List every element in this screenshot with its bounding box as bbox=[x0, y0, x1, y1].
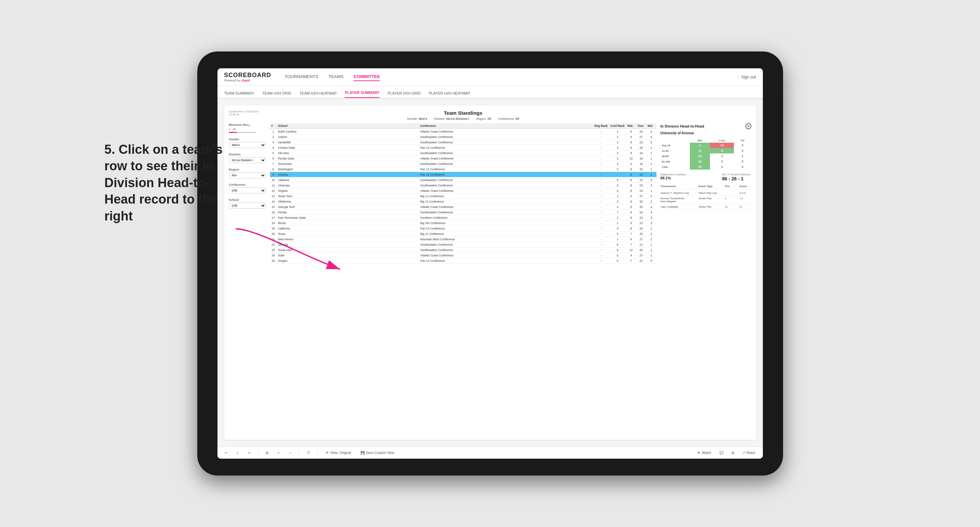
cell-reg-rank: - bbox=[593, 231, 609, 237]
sub-nav-team-h2h-heatmap[interactable]: TEAM H2H HEATMAP bbox=[299, 91, 337, 98]
h2h-rank-label: Top 10 bbox=[660, 143, 690, 148]
cell-rds: 9 bbox=[626, 237, 636, 242]
cell-conference: Southeastern Conference bbox=[419, 140, 593, 145]
table-row[interactable]: 7 Tennessee Southeastern Conference - 4 … bbox=[270, 161, 657, 167]
table-row[interactable]: 15 Georgia Tech Atlantic Coast Conferenc… bbox=[270, 204, 657, 210]
tool-1[interactable]: ⊞ bbox=[264, 450, 270, 456]
comment-button[interactable]: 💬 bbox=[718, 450, 725, 456]
h2h-col-loss: Loss bbox=[710, 138, 734, 143]
cell-rds: 8 bbox=[626, 199, 636, 204]
h2h-loss-value: 2 bbox=[710, 154, 734, 159]
cell-rds: 7 bbox=[626, 231, 636, 237]
cell-reg-rank: - bbox=[593, 258, 609, 264]
redo-button[interactable]: ↪ bbox=[246, 450, 253, 456]
tournament-pos bbox=[725, 192, 737, 195]
tournament-event-type: Stroke Play bbox=[698, 197, 722, 203]
cell-conf-rank: 4 bbox=[609, 204, 626, 210]
h2h-rank-label: 26-50 bbox=[660, 154, 690, 159]
view-original-button[interactable]: 👁 View: Original bbox=[323, 450, 353, 456]
cell-conf-rank: 3 bbox=[609, 145, 626, 151]
h2h-loss-value: 13 bbox=[710, 143, 734, 148]
toolbar-sep-2 bbox=[299, 449, 300, 456]
step-back-button[interactable]: ⟨ bbox=[235, 450, 240, 456]
cell-num: 5 bbox=[270, 151, 277, 156]
cell-num: 16 bbox=[270, 210, 277, 215]
tournament-section: Tournament Event Type Pos Score Jackson … bbox=[660, 185, 751, 210]
cell-conference: Southeastern Conference bbox=[419, 177, 593, 183]
clock-button[interactable]: ⏱ bbox=[305, 450, 312, 456]
tool-3[interactable]: ○· bbox=[287, 450, 294, 456]
cell-num: 17 bbox=[270, 215, 277, 221]
cell-reg-rank: - bbox=[593, 145, 609, 151]
cell-conference: Big 12 Conference bbox=[419, 194, 593, 199]
h2h-row: Top 10 3 13 0 bbox=[660, 143, 751, 148]
cell-num: 6 bbox=[270, 156, 277, 161]
cell-win: 1 bbox=[646, 188, 657, 194]
cell-conf-rank: 2 bbox=[609, 156, 626, 161]
h2h-loss-value: 8 bbox=[710, 148, 734, 154]
cell-rds: 8 bbox=[626, 172, 636, 177]
table-row[interactable]: 2 Auburn Southeastern Conference - 1 9 2… bbox=[270, 134, 657, 140]
save-custom-view-button[interactable]: 💾 Save Custom View bbox=[358, 450, 396, 456]
cell-num: 2 bbox=[270, 134, 277, 140]
table-row[interactable]: 16 Florida Southeastern Conference - 7 9… bbox=[270, 210, 657, 215]
cell-win: 4 bbox=[646, 129, 657, 134]
sub-nav-player-summary[interactable]: PLAYER SUMMARY bbox=[345, 90, 379, 98]
h2h-rank-label: 11-25 bbox=[660, 148, 690, 154]
table-row[interactable]: 6 Florida State Atlantic Coast Conferenc… bbox=[270, 156, 657, 161]
share-button[interactable]: ↗ Share bbox=[740, 450, 757, 456]
watch-label: Watch bbox=[702, 451, 711, 455]
table-row[interactable]: 17 East Tennessee State Southern Confere… bbox=[270, 215, 657, 221]
nav-item-teams[interactable]: TEAMS bbox=[329, 73, 344, 81]
cell-conf-rank: 3 bbox=[609, 199, 626, 204]
table-row[interactable]: 13 Texas Tech Big 12 Conference - 1 9 27… bbox=[270, 194, 657, 199]
watch-button[interactable]: 👁 Watch bbox=[695, 450, 713, 456]
cell-rds: 9 bbox=[626, 210, 636, 215]
nav-item-tournaments[interactable]: TOURNAMENTS bbox=[285, 73, 318, 81]
h2h-win-value: 25 bbox=[690, 154, 710, 159]
cell-school: North Carolina bbox=[277, 129, 419, 134]
cell-rds: 9 bbox=[626, 134, 636, 140]
undo-button[interactable]: ↩ bbox=[223, 450, 230, 456]
sub-nav-player-h2h-grid[interactable]: PLAYER H2H GRID bbox=[388, 91, 420, 98]
cell-conference: Pac-12 Conference bbox=[419, 167, 593, 172]
cell-reg-rank: - bbox=[593, 151, 609, 156]
grid-button[interactable]: ⊞ bbox=[730, 450, 736, 456]
cell-school: Ole Miss bbox=[277, 151, 419, 156]
table-row[interactable]: 10 Alabama Southeastern Conference - 5 8… bbox=[270, 177, 657, 183]
cell-reg-rank: - bbox=[593, 204, 609, 210]
cell-win: 0 bbox=[646, 258, 657, 264]
table-row[interactable]: 4 Arizona State Pac-12 Conference - 3 8 … bbox=[270, 145, 657, 151]
col-win: Win bbox=[646, 123, 657, 129]
table-row[interactable]: 1 North Carolina Atlantic Coast Conferen… bbox=[270, 129, 657, 134]
table-row[interactable]: 14 Oklahoma Big 12 Conference - 3 8 26 2 bbox=[270, 199, 657, 204]
table-row[interactable]: 9 Arizona Pac-12 Conference - - 8 24 1 bbox=[270, 172, 657, 177]
sub-nav-team-h2h-grid[interactable]: TEAM H2H GRID bbox=[262, 91, 291, 98]
cell-conference: Southeastern Conference bbox=[419, 210, 593, 215]
cell-win: 1 bbox=[646, 151, 657, 156]
sign-out[interactable]: Sign out bbox=[741, 75, 756, 79]
cell-school: Arizona State bbox=[277, 145, 419, 151]
nav-item-committee[interactable]: COMMITTEE bbox=[353, 73, 380, 81]
table-row[interactable]: 11 Arkansas Southeastern Conference - 6 … bbox=[270, 183, 657, 188]
tournament-name: Arizona Thunderbirds Intercollegiate bbox=[660, 197, 696, 203]
table-row[interactable]: 8 Washington Pac-12 Conference - 2 8 23 … bbox=[270, 167, 657, 172]
h2h-panel: In Division Head-to-Head ✕ University of… bbox=[660, 123, 751, 435]
cell-conference: Pac-12 Conference bbox=[419, 258, 593, 264]
tournament-pos: 1 bbox=[725, 197, 737, 203]
powered-by: Powered by clippd bbox=[224, 79, 271, 82]
cell-rds: 10 bbox=[626, 248, 636, 253]
cell-school: Arkansas bbox=[277, 183, 419, 188]
sub-nav-player-h2h-heatmap[interactable]: PLAYER H2H HEATMAP bbox=[429, 91, 470, 98]
table-row[interactable]: 5 Ole Miss Southeastern Conference - 3 8… bbox=[270, 151, 657, 156]
tournament-name: Jackson T. Stephens Cup bbox=[660, 192, 696, 195]
cell-reg-rank: - bbox=[593, 167, 609, 172]
table-row[interactable]: 12 Virginia Atlantic Coast Conference - … bbox=[270, 188, 657, 194]
h2h-close-button[interactable]: ✕ bbox=[745, 123, 751, 129]
cell-conf-rank: 5 bbox=[609, 258, 626, 264]
tool-2[interactable]: + bbox=[276, 450, 282, 456]
table-row[interactable]: 3 Vanderbilt Southeastern Conference - 2… bbox=[270, 140, 657, 145]
h2h-col-win: Win bbox=[690, 138, 710, 143]
sub-nav-team-summary[interactable]: TEAM SUMMARY bbox=[224, 91, 255, 98]
cell-win: 4 bbox=[646, 204, 657, 210]
